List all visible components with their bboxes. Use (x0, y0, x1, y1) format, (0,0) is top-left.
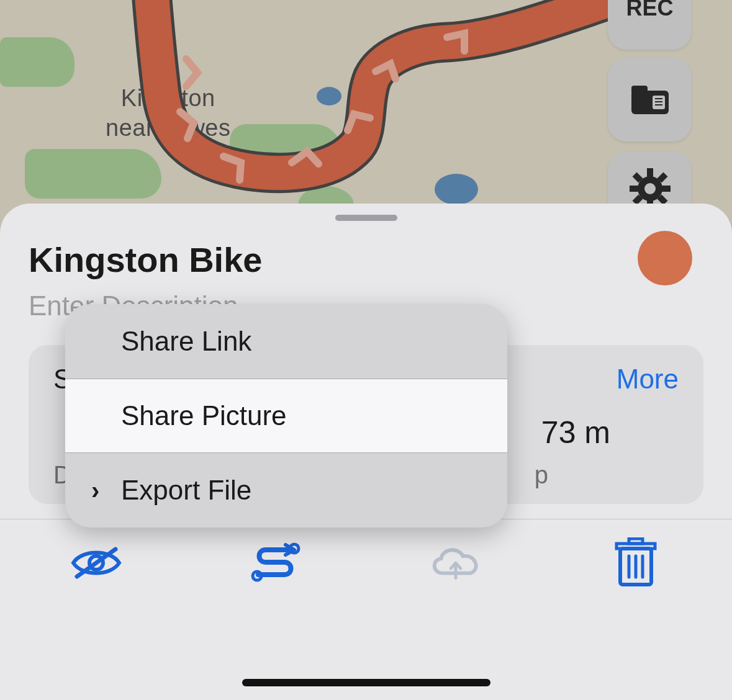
route-button[interactable] (248, 538, 304, 588)
chevron-right-icon: › (91, 477, 99, 505)
share-picture-label: Share Picture (121, 400, 287, 431)
stat-right-sub: p (535, 461, 548, 489)
delete-button[interactable] (608, 538, 664, 588)
stats-more-link[interactable]: More (617, 364, 679, 395)
share-picture-item[interactable]: Share Picture (65, 379, 507, 453)
share-link-label: Share Link (121, 326, 251, 357)
sheet-drag-handle[interactable] (335, 215, 397, 221)
trash-icon (614, 537, 657, 588)
track-color-dot[interactable] (638, 231, 692, 285)
share-link-item[interactable]: Share Link (65, 304, 507, 379)
svg-rect-23 (629, 539, 643, 544)
cloud-upload-button[interactable] (428, 538, 484, 588)
stat-elevation: 73 m (541, 415, 610, 451)
export-file-item[interactable]: › Export File (65, 453, 507, 527)
share-popup: Share Link Share Picture › Export File (65, 304, 507, 527)
route-icon (250, 542, 303, 583)
track-toolbar (0, 519, 732, 606)
hide-button[interactable] (68, 538, 124, 588)
cloud-upload-icon (428, 542, 484, 583)
track-title[interactable]: Kingston Bike (29, 240, 262, 280)
export-file-label: Export File (121, 475, 251, 506)
eye-off-icon (70, 544, 123, 581)
home-indicator[interactable] (242, 679, 490, 686)
